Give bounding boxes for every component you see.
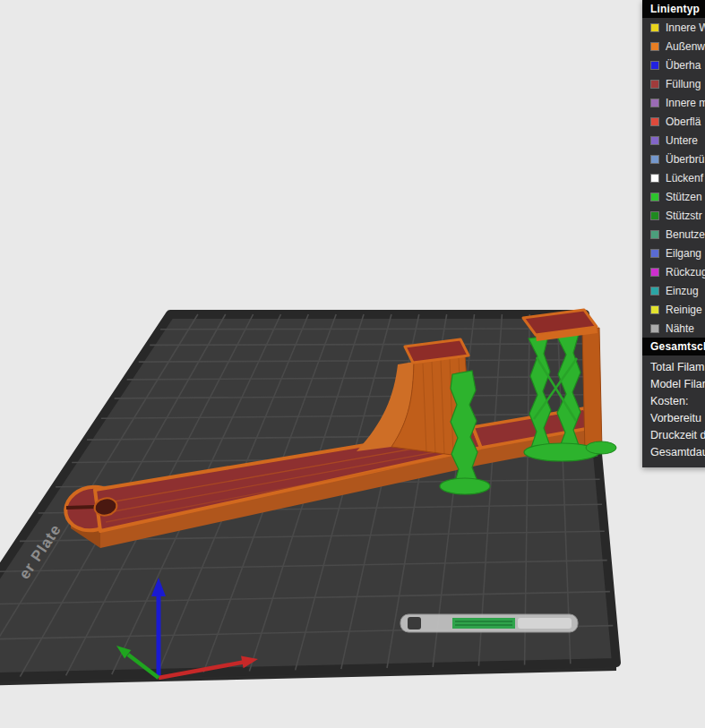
legend-swatch [650,249,659,258]
support-lattice-right [524,334,616,461]
plate-indicator-strip [400,614,578,632]
legend-item-overhang[interactable]: Überha [642,56,705,74]
legend-item-bridge[interactable]: Überbrü [642,150,705,168]
legend-item-label: Stützstr [666,210,702,222]
stat-model-filament: Model Filam [642,375,705,392]
legend-item-travel[interactable]: Eilgang [642,244,705,262]
legend-item-infill[interactable]: Füllung [642,74,705,93]
legend-item-inner-wall[interactable]: Innere W [642,18,705,37]
legend-item-label: Reinige [666,304,702,316]
model-slot [66,507,95,508]
legend-swatch [650,80,659,89]
legend-swatch [650,98,659,107]
slicer-preview-window: er Plate [0,0,705,728]
legend-swatch [650,155,659,164]
legend-item-bottom-surface[interactable]: Untere [642,131,705,150]
legend-panel: Linientyp Innere W Außenw Überha Füllung… [642,0,705,467]
legend-item-label: Einzug [666,285,699,297]
legend-item-label: Innere m [666,97,705,109]
legend-item-wipe[interactable]: Reinige [642,300,705,319]
legend-item-retract[interactable]: Rückzug [642,262,705,281]
legend-swatch [650,136,659,145]
legend-item-unretract[interactable]: Einzug [642,281,705,300]
legend-swatch [650,174,659,183]
legend-swatch [650,42,659,51]
legend-item-label: Stützen [666,191,702,203]
legend-swatch [650,324,659,333]
legend-swatch [650,117,659,126]
plate-logo [408,617,421,630]
stats-section: Total Filam Model Filam Kosten: Vorberei… [642,355,705,460]
legend-item-label: Lückenf [666,172,703,184]
legend-item-custom[interactable]: Benutze [642,225,705,244]
legend-swatch [650,287,659,295]
stat-prepare-time: Vorbereitu [642,409,705,426]
legend-swatch [650,23,659,32]
legend-item-label: Oberflä [666,116,701,128]
legend-item-label: Innere W [666,21,705,34]
legend-item-label: Überbrü [666,153,704,166]
legend-swatch [650,193,659,201]
legend-item-label: Untere [666,134,698,147]
legend-item-label: Überha [666,59,701,72]
legend-swatch [650,268,659,277]
legend-swatch [650,61,659,70]
legend-item-outer-wall[interactable]: Außenw [642,37,705,56]
legend-item-label: Benutze [666,228,705,241]
legend-item-label: Außenw [666,40,705,53]
plate-strip-green-bar [452,618,515,629]
legend-item-seams[interactable]: Nähte [642,319,705,338]
legend-swatch [650,211,659,220]
legend-item-label: Rückzug [666,266,705,278]
legend-item-internal-solid[interactable]: Innere m [642,93,705,112]
stat-total-filament: Total Filam [642,358,705,375]
stat-print-time: Druckzeit d [642,426,705,443]
stat-total-time: Gesamtdau [642,443,705,460]
legend-item-label: Eilgang [666,247,701,260]
legend-item-label: Nähte [666,322,694,335]
legend-swatch [650,305,659,314]
viewport-3d[interactable]: er Plate [0,0,705,728]
legend-item-label: Füllung [666,78,701,90]
stat-cost: Kosten: [642,392,705,409]
legend-title: Linientyp [642,0,705,18]
legend-item-gap-fill[interactable]: Lückenf [642,168,705,187]
legend-item-top-surface[interactable]: Oberflä [642,112,705,131]
stats-title: Gesamtsch [642,338,705,355]
legend-item-support[interactable]: Stützen [642,187,705,206]
legend-item-support-interface[interactable]: Stützstr [642,206,705,225]
legend-swatch [650,230,659,239]
